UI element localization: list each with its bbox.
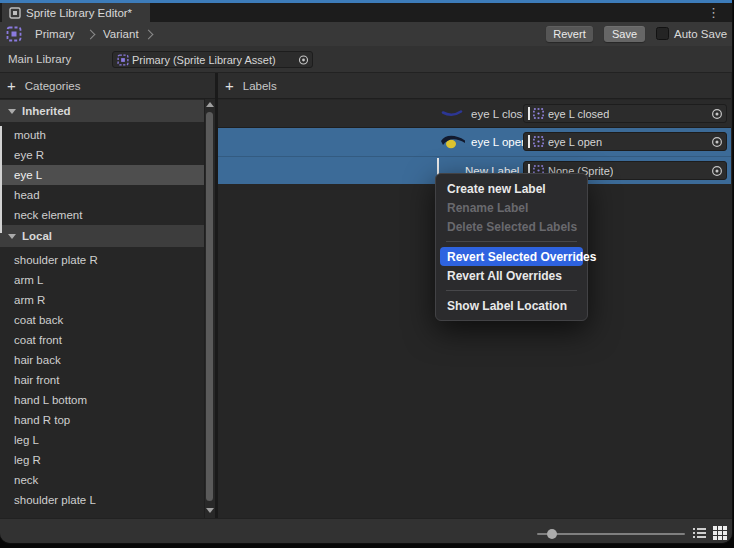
override-bar: [528, 107, 530, 120]
category-item-mouth[interactable]: mouth: [0, 125, 204, 145]
label-row-eye-l-closed[interactable]: eye L closed eye L closed: [218, 100, 731, 128]
label-name: eye L open: [471, 128, 527, 156]
tab-title: Sprite Library Editor*: [26, 7, 132, 19]
menu-item-create-new-label[interactable]: Create new Label: [440, 179, 583, 198]
breadcrumb-chevron-icon: [144, 30, 154, 40]
screenshot-root: Sprite Library Editor* ⋮ Primary Variant…: [0, 0, 734, 548]
breadcrumb-variant-label: Variant: [103, 28, 139, 40]
category-item-arm-l[interactable]: arm L: [0, 270, 204, 290]
inherited-override-indicator: [0, 126, 2, 233]
category-item-leg-r[interactable]: leg R: [0, 450, 204, 470]
thumbnail-zoom-slider[interactable]: [537, 533, 685, 535]
breadcrumb-chevron-icon: [86, 30, 96, 40]
foldout-arrow-icon: [8, 109, 16, 114]
tab-bar: Sprite Library Editor* ⋮: [0, 3, 732, 22]
object-picker-icon[interactable]: [711, 136, 723, 148]
menu-item-revert-selected-overrides[interactable]: Revert Selected Overrides: [440, 247, 583, 266]
main-library-row: Main Library Primary (Sprite Library Ass…: [0, 46, 732, 73]
scroll-up-arrow-icon[interactable]: [206, 102, 214, 107]
menu-separator: [446, 290, 577, 291]
auto-save-checkbox[interactable]: [656, 27, 669, 40]
eye-closed-sprite: [440, 107, 464, 121]
sprite-field-value: eye L closed: [548, 108, 609, 120]
sprite-library-icon: [6, 26, 22, 42]
category-item-eye-r[interactable]: eye R: [0, 145, 204, 165]
object-picker-icon[interactable]: [711, 165, 723, 177]
add-label-button[interactable]: +: [225, 78, 234, 93]
category-item-arm-r[interactable]: arm R: [0, 290, 204, 310]
sprite-object-field[interactable]: eye L open: [523, 132, 727, 151]
add-category-button[interactable]: +: [7, 78, 16, 93]
sprite-library-asset-icon: [117, 54, 129, 66]
sprite-icon: [533, 108, 544, 119]
foldout-arrow-icon: [8, 234, 16, 239]
tab-sprite-library-editor[interactable]: Sprite Library Editor*: [2, 3, 150, 22]
categories-panel-header: + Categories: [0, 73, 215, 99]
menu-item-rename-label: Rename Label: [440, 198, 583, 217]
group-name: Inherited: [22, 105, 71, 117]
category-item-hand-r-top[interactable]: hand R top: [0, 410, 204, 430]
main-library-label: Main Library: [8, 46, 71, 72]
labels-panel-title: Labels: [243, 80, 277, 92]
category-item-coat-front[interactable]: coat front: [0, 330, 204, 350]
save-button[interactable]: Save: [604, 26, 645, 42]
sprite-object-field[interactable]: eye L closed: [523, 104, 727, 123]
menu-separator: [446, 241, 577, 242]
revert-button[interactable]: Revert: [546, 26, 593, 42]
main-library-object-value: Primary (Sprite Library Asset): [132, 54, 276, 66]
category-item-neck[interactable]: neck: [0, 470, 204, 490]
category-item-eye-l[interactable]: eye L: [0, 165, 204, 185]
category-item-coat-back[interactable]: coat back: [0, 310, 204, 330]
object-picker-icon[interactable]: [711, 108, 723, 120]
category-item-hair-back[interactable]: hair back: [0, 350, 204, 370]
scroll-down-arrow-icon[interactable]: [206, 508, 214, 513]
menu-item-revert-all-overrides[interactable]: Revert All Overrides: [440, 266, 583, 285]
category-item-shoulder-plate-r[interactable]: shoulder plate R: [0, 250, 204, 270]
categories-panel-title: Categories: [25, 80, 81, 92]
labels-panel-header: + Labels: [218, 73, 731, 99]
category-item-head[interactable]: head: [0, 185, 204, 205]
menu-item-delete-selected-labels: Delete Selected Labels: [440, 217, 583, 236]
categories-scrollbar-thumb[interactable]: [206, 112, 213, 501]
label-row-eye-l-open[interactable]: eye L open eye L open: [218, 128, 731, 156]
sprite-library-window-icon: [9, 7, 21, 19]
category-item-shoulder-plate-l[interactable]: shoulder plate L: [0, 490, 204, 510]
sprite-library-editor-window: Sprite Library Editor* ⋮ Primary Variant…: [0, 0, 732, 543]
category-item-hair-front[interactable]: hair front: [0, 370, 204, 390]
sprite-icon: [533, 136, 544, 147]
category-item-neck-element[interactable]: neck element: [0, 205, 204, 225]
menu-item-show-label-location[interactable]: Show Label Location: [440, 296, 583, 315]
override-bar: [528, 135, 530, 148]
auto-save-label: Auto Save: [674, 22, 727, 46]
group-name: Local: [22, 230, 52, 242]
category-item-leg-l[interactable]: leg L: [0, 430, 204, 450]
list-view-icon[interactable]: [693, 528, 706, 538]
eye-open-sprite: [440, 132, 466, 152]
kebab-menu-icon[interactable]: ⋮: [707, 4, 720, 21]
thumbnail-zoom-slider-thumb[interactable]: [547, 529, 557, 539]
breadcrumb-primary-label: Primary: [35, 28, 75, 40]
category-item-hand-l-bottom[interactable]: hand L bottom: [0, 390, 204, 410]
main-library-object-field[interactable]: Primary (Sprite Library Asset): [112, 51, 313, 68]
group-header-local[interactable]: Local: [0, 225, 204, 247]
grid-view-icon[interactable]: [713, 526, 727, 540]
context-menu: Create new Label Rename Label Delete Sel…: [435, 173, 588, 321]
breadcrumb-primary[interactable]: Primary: [35, 22, 75, 46]
object-picker-icon[interactable]: [298, 54, 309, 65]
toolbar: Primary Variant Revert Save Auto Save: [0, 22, 732, 46]
breadcrumb-variant[interactable]: Variant: [103, 22, 139, 46]
bottom-bar: [0, 518, 732, 543]
group-header-inherited[interactable]: Inherited: [0, 100, 204, 122]
sprite-field-value: eye L open: [548, 136, 602, 148]
